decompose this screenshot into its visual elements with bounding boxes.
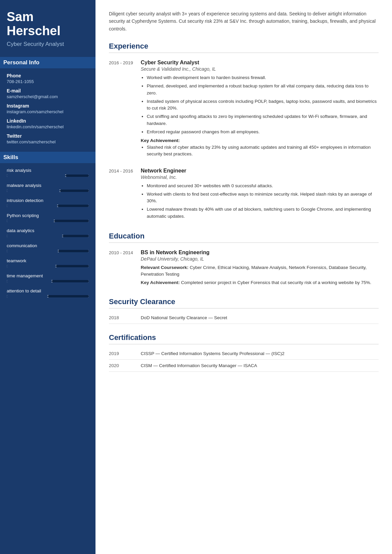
skill-name-3: Python scripting: [7, 213, 89, 218]
edu-achievement-label: Key Achievement:: [141, 280, 180, 285]
skill-bar-bg-6: [7, 265, 89, 267]
job2-bullet-0: Monitored and secured 30+ websites with …: [147, 183, 379, 189]
clearance-text-1: DoD National Security Clearance — Secret: [141, 315, 379, 320]
clearance-year-1: 2018: [109, 315, 141, 320]
linkedin-label: LinkedIn: [7, 118, 89, 124]
cert-year-2: 2020: [109, 363, 141, 368]
job1-title: Cyber Security Analyst: [141, 60, 379, 66]
skill-name-2: intrusion detection: [7, 198, 89, 203]
skill-bar-dark-7: [52, 280, 89, 282]
education-title: Education: [109, 232, 379, 243]
cert-text-2: CISM — Certified Information Security Ma…: [141, 363, 379, 368]
email-value: samzherschel@gmail.com: [7, 94, 89, 99]
skill-bar-fill-3: [7, 220, 54, 222]
twitter-value: twitter.com/samzherschel: [7, 139, 89, 144]
job2-bullet-2: Lowered malware threats by 40% with use …: [147, 206, 379, 220]
cert-text-1: CISSP — Certified Information Systems Se…: [141, 351, 379, 356]
job1-achievement-label: Key Achievement:: [141, 138, 379, 143]
education-section: Education 2010 - 2014 BS in Network Engi…: [109, 232, 379, 288]
skill-name-7: time management: [7, 273, 89, 278]
skill-bar-dark-4: [63, 235, 89, 237]
edu1-content: BS in Network Engineering DePaul Univers…: [141, 250, 379, 288]
edu1-coursework: Relevant Coursework: Cyber Crime, Ethica…: [141, 264, 379, 278]
skills-list: risk analysis malware analysis intrusion…: [7, 168, 89, 297]
job1-achievement-item: Slashed risk of cyber attacks by 23% by …: [147, 144, 379, 158]
experience-section: Experience 2016 - 2019 Cyber Security An…: [109, 42, 379, 222]
skill-name-4: data analytics: [7, 228, 89, 233]
job1-bullet-1: Planned, developed, and implemented a ro…: [147, 83, 379, 96]
job1-bullet-3: Cut sniffing and spoofing attacks to zer…: [147, 113, 379, 127]
email-label: E-mail: [7, 88, 89, 93]
job1-company: Secure & Validated Inc., Chicago, IL: [141, 66, 379, 72]
skill-bar-dark-1: [60, 190, 89, 192]
job1-content: Cyber Security Analyst Secure & Validate…: [141, 60, 379, 160]
skill-bar-dark-5: [58, 250, 89, 252]
skill-bar-fill-6: [7, 265, 56, 267]
skill-item-5: communication: [7, 243, 89, 252]
skill-bar-fill-8: [7, 295, 48, 297]
job2-title: Network Engineer: [141, 168, 379, 174]
instagram-value: instagram.com/samzherschel: [7, 109, 89, 114]
skill-name-0: risk analysis: [7, 168, 89, 173]
phone-label: Phone: [7, 73, 89, 78]
coursework-label: Relevant Coursework:: [141, 265, 189, 270]
job2-date: 2014 - 2016: [109, 168, 141, 222]
job1-date: 2016 - 2019: [109, 60, 141, 160]
skill-bar-dark-6: [56, 265, 89, 267]
skill-bar-fill-0: [7, 175, 66, 177]
skill-bar-fill-5: [7, 250, 58, 252]
skill-bar-dark-3: [54, 220, 89, 222]
skill-name-1: malware analysis: [7, 183, 89, 188]
main-content: Diligent cyber security analyst with 3+ …: [95, 0, 392, 554]
job1-bullet-2: Installed system of physical access cont…: [147, 98, 379, 112]
job1-bullets: Worked with development team to harden b…: [141, 74, 379, 135]
skill-name-5: communication: [7, 243, 89, 248]
security-clearance-section: Security Clearance 2018 DoD National Sec…: [109, 297, 379, 324]
phone-value: 708-261-1055: [7, 79, 89, 84]
job2-bullets: Monitored and secured 30+ websites with …: [141, 183, 379, 220]
security-clearance-title: Security Clearance: [109, 297, 379, 308]
linkedin-value: linkedin.com/in/samzherschel: [7, 124, 89, 129]
skill-bar-fill-4: [7, 235, 63, 237]
skill-bar-bg-1: [7, 190, 89, 192]
skill-item-6: teamwork: [7, 258, 89, 267]
experience-title: Experience: [109, 42, 379, 53]
skill-bar-fill-7: [7, 280, 52, 282]
skill-bar-dark-2: [58, 205, 89, 207]
skill-item-3: Python scripting: [7, 213, 89, 222]
phone-section: Phone 708-261-1055: [7, 73, 89, 84]
skill-item-1: malware analysis: [7, 183, 89, 192]
twitter-section: Twitter twitter.com/samzherschel: [7, 133, 89, 144]
instagram-section: Instagram instagram.com/samzherschel: [7, 103, 89, 114]
job2-bullet-1: Worked with clients to find best cost-ef…: [147, 191, 379, 205]
twitter-label: Twitter: [7, 133, 89, 139]
skills-header: Skills: [0, 152, 95, 163]
job2-company: Webnominal, Inc.: [141, 175, 379, 180]
candidate-title: Cyber Security Analyst: [7, 41, 89, 48]
summary-text: Diligent cyber security analyst with 3+ …: [109, 10, 379, 32]
edu1-degree: BS in Network Engineering: [141, 250, 379, 256]
skill-item-8: attention to detail: [7, 288, 89, 297]
experience-entry-1: 2016 - 2019 Cyber Security Analyst Secur…: [109, 60, 379, 160]
skill-bar-fill-1: [7, 190, 60, 192]
skill-bar-dark-8: [48, 295, 89, 297]
skill-name-8: attention to detail: [7, 288, 89, 293]
job1-bullet-0: Worked with development team to harden b…: [147, 74, 379, 81]
cert-year-1: 2019: [109, 351, 141, 356]
cert-row-1: 2019 CISSP — Certified Information Syste…: [109, 351, 379, 360]
edu1-school: DePaul University, Chicago, IL: [141, 256, 379, 262]
skill-bar-bg-7: [7, 280, 89, 282]
clearance-row-1: 2018 DoD National Security Clearance — S…: [109, 315, 379, 324]
email-section: E-mail samzherschel@gmail.com: [7, 88, 89, 99]
experience-entry-2: 2014 - 2016 Network Engineer Webnominal,…: [109, 168, 379, 222]
personal-info-header: Personal Info: [0, 57, 95, 68]
edu-achievement-text: Completed senior project in Cyber Forens…: [181, 280, 371, 285]
skill-name-6: teamwork: [7, 258, 89, 263]
skill-bar-bg-4: [7, 235, 89, 237]
job1-achievement-text: Slashed risk of cyber attacks by 23% by …: [141, 144, 379, 158]
cert-row-2: 2020 CISM — Certified Information Securi…: [109, 363, 379, 372]
instagram-label: Instagram: [7, 103, 89, 109]
skill-item-2: intrusion detection: [7, 198, 89, 207]
skill-bar-dark-0: [66, 175, 89, 177]
edu1-date: 2010 - 2014: [109, 250, 141, 288]
